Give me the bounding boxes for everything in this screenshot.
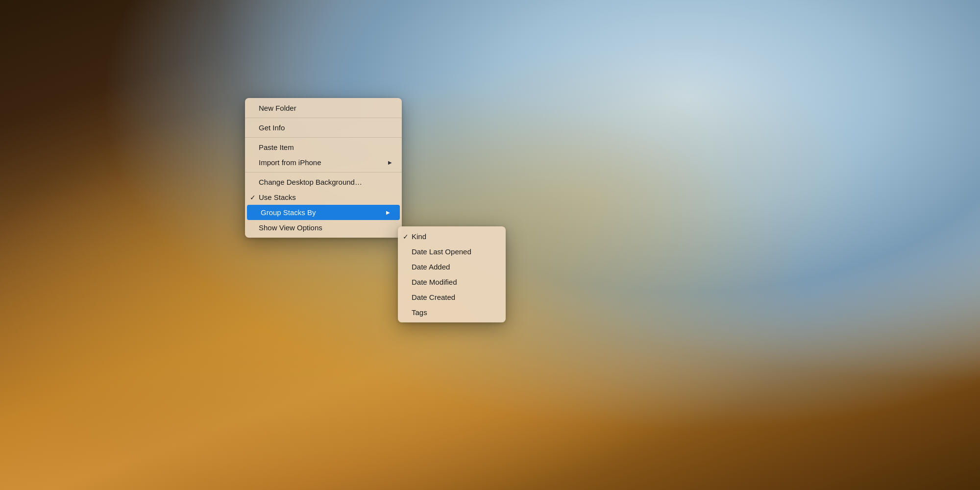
- menu-item-use-stacks[interactable]: Use Stacks: [245, 190, 402, 205]
- menu-item-paste-item[interactable]: Paste Item: [245, 140, 402, 155]
- submenu-arrow-icon: ▶: [388, 160, 392, 165]
- submenu-item-kind[interactable]: Kind: [398, 229, 506, 244]
- submenu-item-date-modified-label: Date Modified: [412, 278, 457, 286]
- menu-item-paste-item-label: Paste Item: [259, 143, 392, 151]
- context-menu: New Folder Get Info Paste Item Import fr…: [245, 98, 402, 238]
- context-menu-wrapper: New Folder Get Info Paste Item Import fr…: [245, 98, 402, 238]
- menu-item-use-stacks-label: Use Stacks: [259, 193, 392, 201]
- menu-item-get-info-label: Get Info: [259, 123, 392, 132]
- menu-item-get-info[interactable]: Get Info: [245, 120, 402, 135]
- menu-item-import-from-iphone[interactable]: Import from iPhone ▶: [245, 155, 402, 170]
- submenu-item-date-created[interactable]: Date Created: [398, 290, 506, 305]
- menu-item-new-folder-label: New Folder: [259, 104, 392, 112]
- separator-3: [245, 172, 402, 172]
- submenu-item-date-last-opened[interactable]: Date Last Opened: [398, 244, 506, 259]
- submenu-item-date-modified[interactable]: Date Modified: [398, 274, 506, 290]
- menu-item-change-desktop-bg[interactable]: Change Desktop Background…: [245, 174, 402, 190]
- menu-item-import-from-iphone-label: Import from iPhone: [259, 158, 388, 167]
- separator-1: [245, 118, 402, 118]
- submenu-item-date-added-label: Date Added: [412, 263, 450, 271]
- submenu-item-kind-label: Kind: [412, 232, 426, 241]
- submenu-item-date-created-label: Date Created: [412, 293, 455, 301]
- submenu-item-date-last-opened-label: Date Last Opened: [412, 247, 471, 256]
- menu-item-group-stacks-by[interactable]: Group Stacks By ▶: [247, 205, 400, 220]
- menu-item-change-desktop-bg-label: Change Desktop Background…: [259, 178, 392, 186]
- menu-item-group-stacks-by-label: Group Stacks By: [261, 208, 386, 217]
- submenu-item-tags[interactable]: Tags: [398, 305, 506, 320]
- group-stacks-arrow-icon: ▶: [386, 210, 390, 215]
- submenu-item-tags-label: Tags: [412, 308, 427, 317]
- separator-2: [245, 137, 402, 138]
- menu-item-show-view-options-label: Show View Options: [259, 223, 392, 232]
- group-stacks-by-submenu: Kind Date Last Opened Date Added Date Mo…: [398, 226, 506, 322]
- menu-item-new-folder[interactable]: New Folder: [245, 100, 402, 116]
- menu-item-show-view-options[interactable]: Show View Options: [245, 220, 402, 235]
- submenu-item-date-added[interactable]: Date Added: [398, 259, 506, 274]
